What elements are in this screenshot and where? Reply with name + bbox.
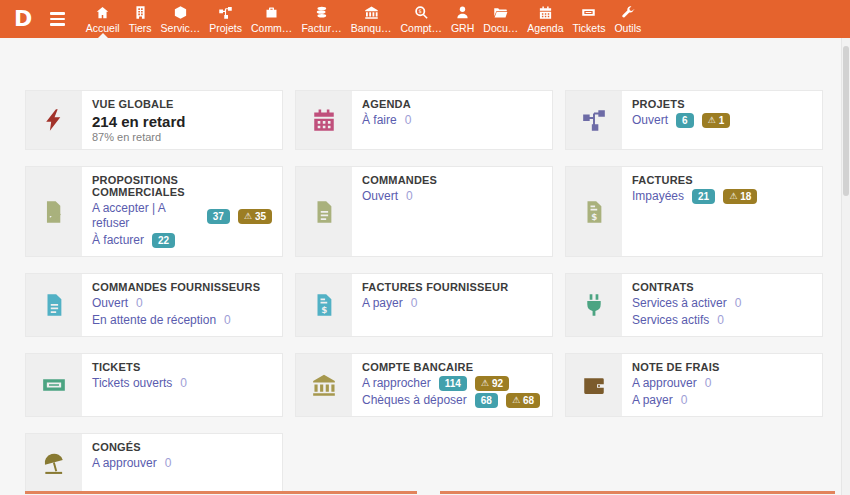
folder-open-icon xyxy=(493,5,508,20)
menu-label: Tiers xyxy=(129,22,152,34)
count-value: 0 xyxy=(224,313,231,328)
menu-item-facturation[interactable]: Factur… xyxy=(301,0,341,38)
count-value: 0 xyxy=(717,313,724,328)
conges-a-approuver-link[interactable]: A approuver xyxy=(92,456,157,471)
card-factures: $ FACTURES Impayées 21 ⚠18 xyxy=(565,166,823,257)
tickets-ouverts-link[interactable]: Tickets ouverts xyxy=(92,376,172,391)
menu-label: Banqu… xyxy=(351,22,392,34)
propositions-accepter-refuser-link[interactable]: A accepter | A refuser xyxy=(92,201,199,231)
count-value: 0 xyxy=(735,296,742,311)
late-badge[interactable]: ⚠18 xyxy=(723,189,757,204)
late-total: 214 en retard xyxy=(92,113,272,130)
menu-label: Projets xyxy=(209,22,242,34)
bank-icon xyxy=(364,5,379,20)
bank-icon xyxy=(311,372,337,398)
cmd-fournisseurs-ouvert-link[interactable]: Ouvert xyxy=(92,296,128,311)
calendar-icon xyxy=(311,107,337,133)
card-title: FACTURES xyxy=(632,174,812,186)
search-dollar-icon: $ xyxy=(414,5,429,20)
menu-item-comptabilite[interactable]: $ Compt… xyxy=(401,0,442,38)
wrench-icon xyxy=(620,5,635,20)
warning-icon: ⚠ xyxy=(512,394,520,407)
count-badge[interactable]: 37 xyxy=(207,209,230,224)
file-lines-icon xyxy=(311,199,337,225)
count-value: 0 xyxy=(705,376,712,391)
menu-label: Outils xyxy=(614,22,641,34)
banque-cheques-deposer-link[interactable]: Chèques à déposer xyxy=(362,393,467,408)
sitemap-icon xyxy=(581,107,607,133)
late-percentage: 87% en retard xyxy=(92,131,272,143)
card-title: CONTRATS xyxy=(632,281,812,293)
count-badge[interactable]: 114 xyxy=(439,376,467,391)
card-vue-globale: VUE GLOBALE 214 en retard 87% en retard xyxy=(25,90,283,150)
menu-label: Tickets xyxy=(573,22,606,34)
count-badge[interactable]: 22 xyxy=(152,233,175,248)
briefcase-icon xyxy=(264,5,279,20)
banque-a-rapprocher-link[interactable]: A rapprocher xyxy=(362,376,431,391)
card-compte-bancaire: COMPTE BANCAIRE A rapprocher 114 ⚠92 Chè… xyxy=(295,353,553,417)
menu-item-commerce[interactable]: Comm… xyxy=(251,0,292,38)
menu-item-services[interactable]: Servic… xyxy=(161,0,201,38)
menu-item-documents[interactable]: Docu… xyxy=(483,0,518,38)
menu-label: GRH xyxy=(451,22,474,34)
card-title: PROJETS xyxy=(632,98,812,110)
fact-fournisseur-a-payer-link[interactable]: A payer xyxy=(362,296,403,311)
warning-icon: ⚠ xyxy=(729,190,737,203)
frais-a-payer-link[interactable]: A payer xyxy=(632,393,673,408)
file-invoice-dollar-icon: $ xyxy=(581,199,607,225)
commandes-ouvert-link[interactable]: Ouvert xyxy=(362,189,398,204)
projets-ouvert-link[interactable]: Ouvert xyxy=(632,113,668,128)
calendar-icon xyxy=(538,5,553,20)
count-value: 0 xyxy=(180,376,187,391)
cmd-fournisseurs-attente-link[interactable]: En attente de réception xyxy=(92,313,216,328)
menu-item-outils[interactable]: Outils xyxy=(614,0,641,38)
late-badge[interactable]: ⚠68 xyxy=(506,393,540,408)
count-value: 0 xyxy=(136,296,143,311)
propositions-a-facturer-link[interactable]: À facturer xyxy=(92,233,144,248)
ticket-icon xyxy=(41,372,67,398)
umbrella-beach-icon xyxy=(41,450,67,476)
factures-impayees-link[interactable]: Impayées xyxy=(632,189,684,204)
menu-item-accueil[interactable]: Accueil xyxy=(86,0,120,38)
widget-grid: VUE GLOBALE 214 en retard 87% en retard … xyxy=(25,90,850,493)
menu-label: Accueil xyxy=(86,22,120,34)
ticket-icon xyxy=(581,5,596,20)
widget-top-border-right xyxy=(440,491,835,494)
warning-icon: ⚠ xyxy=(708,114,716,127)
count-value: 0 xyxy=(165,456,172,471)
frais-a-approuver-link[interactable]: A approuver xyxy=(632,376,697,391)
late-badge[interactable]: ⚠35 xyxy=(238,209,272,224)
count-badge[interactable]: 21 xyxy=(692,189,715,204)
card-tickets: TICKETS Tickets ouverts0 xyxy=(25,353,283,417)
count-value: 0 xyxy=(406,189,413,204)
hamburger-menu-icon[interactable] xyxy=(50,12,65,26)
file-signature-icon xyxy=(41,199,67,225)
count-badge[interactable]: 6 xyxy=(676,113,694,128)
svg-text:$: $ xyxy=(321,305,327,315)
card-title: COMMANDES FOURNISSEURS xyxy=(92,281,272,293)
scrollbar[interactable] xyxy=(841,38,850,495)
menu-item-agenda[interactable]: Agenda xyxy=(527,0,563,38)
agenda-a-faire-link[interactable]: À faire xyxy=(362,113,397,128)
card-title: CONGÉS xyxy=(92,441,272,453)
card-title: TICKETS xyxy=(92,361,272,373)
menu-item-projets[interactable]: Projets xyxy=(209,0,242,38)
count-badge[interactable]: 68 xyxy=(475,393,498,408)
card-title: PROPOSITIONS COMMERCIALES xyxy=(92,174,272,198)
menu-item-banque[interactable]: Banqu… xyxy=(351,0,392,38)
dolibarr-logo[interactable]: D xyxy=(14,0,32,38)
dashboard-content: VUE GLOBALE 214 en retard 87% en retard … xyxy=(0,38,850,493)
contrats-services-actifs-link[interactable]: Services actifs xyxy=(632,313,709,328)
late-badge[interactable]: ⚠92 xyxy=(475,376,509,391)
menu-label: Factur… xyxy=(301,22,341,34)
sitemap-icon xyxy=(218,5,233,20)
svg-text:$: $ xyxy=(591,212,597,222)
menu-item-tickets[interactable]: Tickets xyxy=(573,0,606,38)
scrollbar-thumb[interactable] xyxy=(843,46,849,196)
contrats-services-activer-link[interactable]: Services à activer xyxy=(632,296,727,311)
menu-item-grh[interactable]: GRH xyxy=(451,0,474,38)
card-conges: CONGÉS A approuver0 xyxy=(25,433,283,493)
card-title: FACTURES FOURNISSEUR xyxy=(362,281,542,293)
late-badge[interactable]: ⚠1 xyxy=(702,113,731,128)
menu-item-tiers[interactable]: Tiers xyxy=(129,0,152,38)
